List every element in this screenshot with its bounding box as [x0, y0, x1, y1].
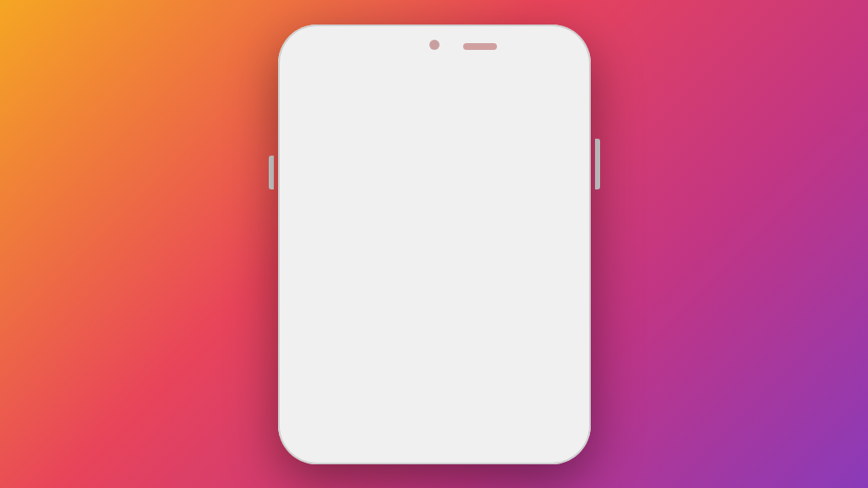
signal-bars-icon	[504, 72, 518, 84]
svg-point-27	[439, 145, 443, 148]
status-bar: 10:51	[289, 64, 580, 91]
feed-line-1	[343, 211, 524, 220]
svg-point-32	[483, 150, 488, 154]
feed-post-header	[299, 206, 570, 241]
svg-point-9	[312, 138, 318, 151]
story-item-foodie[interactable]: Foodie	[467, 123, 516, 187]
story-label-foodie: Foodie	[477, 177, 505, 187]
mail-icon	[343, 72, 358, 84]
svg-rect-3	[343, 72, 358, 84]
svg-point-11	[319, 144, 321, 146]
story-item-tourism[interactable]: Tourism...	[411, 123, 460, 187]
story-item-new[interactable]: New!	[355, 123, 404, 187]
svg-point-43	[550, 147, 553, 150]
svg-rect-1	[324, 74, 334, 76]
story-item-you[interactable]: + You	[299, 123, 348, 187]
svg-point-44	[543, 150, 549, 155]
svg-point-10	[329, 138, 335, 151]
stories-title: Stories	[299, 100, 345, 115]
svg-rect-2	[324, 77, 330, 79]
story-label-entertain: Entertain..	[525, 177, 567, 187]
svg-point-12	[325, 144, 328, 146]
story-label-tourism: Tourism...	[415, 177, 456, 187]
status-time: 10:51	[541, 71, 569, 84]
feed-avatar	[299, 206, 335, 241]
story-label-you: You	[315, 177, 331, 187]
svg-point-42	[541, 147, 543, 150]
svg-point-22	[428, 148, 442, 156]
stories-header: Stories Watch All	[299, 100, 570, 115]
svg-point-21	[425, 131, 444, 142]
sms-icon	[321, 71, 336, 85]
svg-point-26	[428, 145, 431, 148]
stories-section: Stories Watch All	[289, 91, 580, 192]
feed-area	[289, 193, 580, 261]
stories-row: + You	[299, 123, 570, 187]
feed-line-2	[343, 227, 467, 235]
svg-point-31	[488, 143, 493, 148]
plus-badge: +	[331, 156, 347, 171]
feed-image	[289, 261, 580, 354]
battery-icon	[521, 74, 535, 82]
svg-point-34	[489, 152, 493, 156]
story-item-entertain[interactable]: Entertain..	[522, 123, 571, 187]
phone-wrapper: 10:51 Stories Watch All	[274, 20, 595, 469]
phone-screen: 10:51 Stories Watch All	[289, 64, 580, 425]
svg-rect-13	[359, 128, 400, 168]
watch-all-button[interactable]: Watch All	[516, 101, 570, 114]
feed-image-shape-4	[538, 312, 580, 354]
feed-text-lines	[343, 211, 570, 235]
status-right-icons: 10:51	[504, 71, 570, 84]
wifi-icon	[299, 72, 314, 84]
feed-image-shape-2	[357, 295, 433, 354]
status-left-icons	[299, 71, 358, 85]
svg-point-16	[385, 138, 389, 141]
phone-button-right	[595, 139, 600, 189]
svg-rect-0	[321, 71, 336, 82]
svg-point-33	[494, 150, 499, 154]
story-label-new: New!	[368, 177, 390, 187]
phone-button-left	[269, 156, 274, 189]
